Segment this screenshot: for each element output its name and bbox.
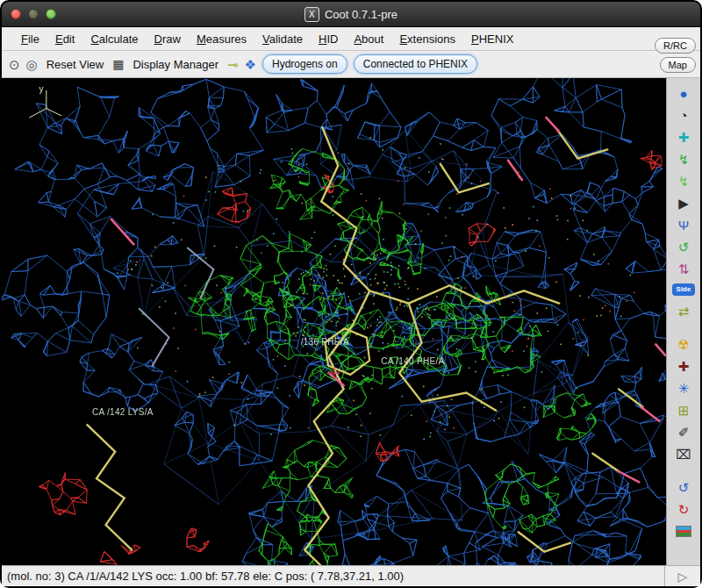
goto-atom-icon[interactable]: ⊸ <box>227 58 239 71</box>
menu-measures[interactable]: Measures <box>190 30 254 48</box>
rotamer-icon[interactable]: Ψ <box>670 214 697 235</box>
flip-peptide-icon[interactable]: ⇅ <box>670 258 697 279</box>
x11-icon: X <box>304 7 319 22</box>
window-controls <box>11 9 56 19</box>
minimize-button[interactable] <box>28 9 39 19</box>
clock-icon[interactable]: ◔ <box>670 104 697 125</box>
title-bar[interactable]: X Coot 0.7.1-pre <box>2 2 700 27</box>
side-chain-180-button[interactable]: Side <box>672 283 695 296</box>
hydrogens-on-button[interactable]: Hydrogens on <box>262 54 347 74</box>
status-bar: (mol. no: 3) CA /1/A/142 LYS occ: 1.00 b… <box>2 565 664 586</box>
menu-phenix[interactable]: PHENIX <box>464 30 520 48</box>
chi-angles-icon[interactable]: ↺ <box>670 236 697 257</box>
menu-bar: File Edit Calculate Draw Measures Valida… <box>2 27 700 51</box>
map-button[interactable]: Map <box>660 57 696 73</box>
molecule-canvas[interactable] <box>2 78 666 565</box>
display-manager-icon: ▦ <box>112 58 124 70</box>
status-row: (mol. no: 3) CA /1/A/142 LYS occ: 1.00 b… <box>2 565 700 586</box>
redo-icon[interactable]: ↻ <box>670 498 697 520</box>
move-anchor-icon[interactable]: ✚ <box>670 126 697 147</box>
coot-window: X Coot 0.7.1-pre File Edit Calculate Dra… <box>0 0 702 588</box>
play-icon[interactable]: ▶ <box>670 192 697 213</box>
menu-edit[interactable]: Edit <box>48 30 82 48</box>
tool-cross-icon[interactable]: ✚ <box>670 355 697 376</box>
view-target-icon[interactable]: ⊙ <box>9 58 20 71</box>
window-title-text: Coot 0.7.1-pre <box>325 8 398 21</box>
menu-file[interactable]: File <box>14 30 47 48</box>
regularize-zone-icon[interactable]: ↯ <box>670 170 697 191</box>
toolbar: ⊙ ◎ Reset View ▦ Display Manager ⊸ ❖ Hyd… <box>2 51 700 78</box>
menu-hid[interactable]: HID <box>312 30 345 48</box>
menu-calculate[interactable]: Calculate <box>83 30 145 48</box>
rrc-button[interactable]: R/RC <box>655 38 696 54</box>
window-title: X Coot 0.7.1-pre <box>304 7 398 22</box>
delete-icon[interactable]: ⌧ <box>670 443 697 464</box>
reset-view-button[interactable]: Reset View <box>44 56 107 73</box>
flag-icon[interactable] <box>670 520 697 541</box>
main-area: y /136 PHE/A CA /140 PHE/A CA /142 LYS/A… <box>2 78 700 565</box>
close-button[interactable] <box>11 9 21 19</box>
pencil-icon[interactable]: ✐ <box>670 421 697 442</box>
status-text: (mol. no: 3) CA /1/A/142 LYS occ: 1.00 b… <box>7 570 404 583</box>
menu-about[interactable]: About <box>347 30 390 48</box>
gl-viewport: y /136 PHE/A CA /140 PHE/A CA /142 LYS/A <box>2 78 666 565</box>
menu-validate[interactable]: Validate <box>255 30 310 48</box>
density-sphere-icon[interactable]: ● <box>670 82 697 104</box>
zoom-button[interactable] <box>46 9 56 19</box>
swap-arrows-icon[interactable]: ⇄ <box>670 300 697 321</box>
add-atom-icon[interactable]: ✳ <box>670 377 697 398</box>
flag-image <box>676 526 691 537</box>
menu-extensions[interactable]: Extensions <box>392 30 462 48</box>
boxed-plus-icon[interactable]: ⊞ <box>670 399 697 420</box>
connected-phenix-button[interactable]: Connected to PHENIX <box>354 54 477 74</box>
display-manager-button[interactable]: Display Manager <box>130 56 221 73</box>
radiation-icon[interactable]: ☢ <box>670 333 697 355</box>
goto-ligand-icon[interactable]: ❖ <box>245 58 256 71</box>
modelling-sidebar: ● ◔ ✚ ↯ ↯ ▶ Ψ ↺ ⇅ Side ⇄ ☢ ✚ ✳ ⊞ ✐ ⌧ ↺ ↻ <box>666 78 700 565</box>
spin-button[interactable]: ▷ <box>664 565 700 586</box>
real-space-refine-icon[interactable]: ↯ <box>670 148 697 169</box>
undo-icon[interactable]: ↺ <box>670 477 697 498</box>
menu-draw[interactable]: Draw <box>147 30 188 48</box>
spin-triangle-icon: ▷ <box>678 570 688 584</box>
view-orbit-icon[interactable]: ◎ <box>26 58 38 71</box>
